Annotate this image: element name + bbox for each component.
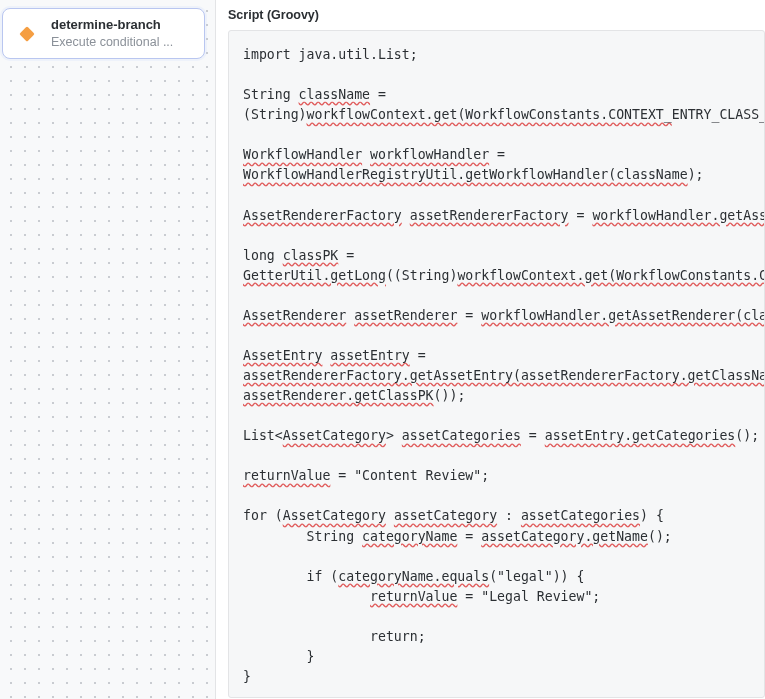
code-token: > bbox=[386, 428, 402, 443]
code-token: categoryName.equals bbox=[338, 569, 489, 584]
code-token: List< bbox=[243, 428, 283, 443]
code-token: assetRenderer bbox=[354, 308, 457, 323]
code-token: = bbox=[457, 529, 481, 544]
code-token: GetterUtil.getLong bbox=[243, 268, 386, 283]
code-token: ((String) bbox=[386, 268, 457, 283]
code-token: workflowHandler.getAssetRenderer(classPK bbox=[481, 308, 765, 323]
code-token bbox=[402, 208, 410, 223]
svg-rect-0 bbox=[19, 26, 35, 42]
code-token: AssetEntry bbox=[243, 348, 322, 363]
properties-panel: Script (Groovy) import java.util.List; S… bbox=[215, 0, 765, 699]
code-token: if ( bbox=[243, 569, 338, 584]
code-token: } bbox=[243, 649, 314, 664]
code-token bbox=[346, 308, 354, 323]
code-token: assetEntry bbox=[330, 348, 409, 363]
code-token: assetRenderer.getClassPK bbox=[243, 388, 434, 403]
code-token: (String) bbox=[243, 107, 307, 122]
code-token: = bbox=[338, 248, 354, 263]
code-token: classPK bbox=[283, 248, 339, 263]
code-token: AssetCategory bbox=[283, 428, 386, 443]
code-token: workflowContext.get(WorkflowConstants.CO… bbox=[457, 268, 765, 283]
code-token: = bbox=[569, 208, 593, 223]
code-token: AssetRenderer bbox=[243, 308, 346, 323]
code-token: } bbox=[243, 669, 251, 684]
code-token: assetCategory bbox=[394, 508, 497, 523]
code-token: long bbox=[243, 248, 283, 263]
code-token: = "Content Review"; bbox=[330, 468, 489, 483]
code-token: AssetRendererFactory bbox=[243, 208, 402, 223]
code-line: import java.util.List; bbox=[243, 47, 418, 62]
code-token: className bbox=[299, 87, 370, 102]
code-token: = bbox=[370, 87, 386, 102]
code-token: assetRendererFactory bbox=[410, 208, 569, 223]
code-token: = bbox=[457, 308, 481, 323]
code-token: assetRendererFactory.getAssetEntry(asset… bbox=[243, 368, 765, 383]
code-token: WorkflowHandlerRegistryUtil.getWorkflowH… bbox=[243, 167, 688, 182]
code-token: AssetCategory bbox=[283, 508, 386, 523]
code-token: = bbox=[521, 428, 545, 443]
code-token: = bbox=[489, 147, 505, 162]
code-token: = "Legal Review"; bbox=[457, 589, 600, 604]
section-heading-script: Script (Groovy) bbox=[216, 0, 765, 30]
code-token: ()); bbox=[434, 388, 466, 403]
code-token: ); bbox=[688, 167, 704, 182]
code-token: : bbox=[497, 508, 521, 523]
code-token: returnValue bbox=[370, 589, 457, 604]
code-token: ) { bbox=[640, 508, 664, 523]
code-token bbox=[243, 589, 370, 604]
code-token: assetEntry.getCategories bbox=[545, 428, 736, 443]
code-token: (); bbox=[735, 428, 759, 443]
code-token bbox=[386, 508, 394, 523]
workflow-canvas[interactable]: determine-branch Execute conditional ... bbox=[0, 0, 215, 699]
code-token: workflowHandler bbox=[370, 147, 489, 162]
node-text: determine-branch Execute conditional ... bbox=[51, 17, 173, 50]
script-editor[interactable]: import java.util.List; String className … bbox=[228, 30, 765, 698]
diamond-icon bbox=[13, 20, 41, 48]
code-token: returnValue bbox=[243, 468, 330, 483]
code-line: String bbox=[243, 87, 299, 102]
code-token: (); bbox=[648, 529, 672, 544]
code-token: ENTRY_CLASS_NAME); bbox=[672, 107, 765, 122]
node-subtitle: Execute conditional ... bbox=[51, 34, 173, 50]
code-token: assetCategories bbox=[402, 428, 521, 443]
code-token: workflowHandler.getAssetRendererFactory(… bbox=[592, 208, 765, 223]
node-determine-branch[interactable]: determine-branch Execute conditional ... bbox=[2, 8, 205, 59]
code-token: assetCategory.getName bbox=[481, 529, 648, 544]
code-token bbox=[362, 147, 370, 162]
code-token: assetCategories bbox=[521, 508, 640, 523]
code-token: workflowContext.get(WorkflowConstants.CO… bbox=[307, 107, 672, 122]
code-token: categoryName bbox=[362, 529, 457, 544]
code-token: String bbox=[243, 529, 362, 544]
node-title: determine-branch bbox=[51, 17, 173, 34]
code-token: = bbox=[410, 348, 426, 363]
code-token: WorkflowHandler bbox=[243, 147, 362, 162]
code-token: for ( bbox=[243, 508, 283, 523]
code-token: ("legal")) { bbox=[489, 569, 584, 584]
code-token: return; bbox=[243, 629, 426, 644]
